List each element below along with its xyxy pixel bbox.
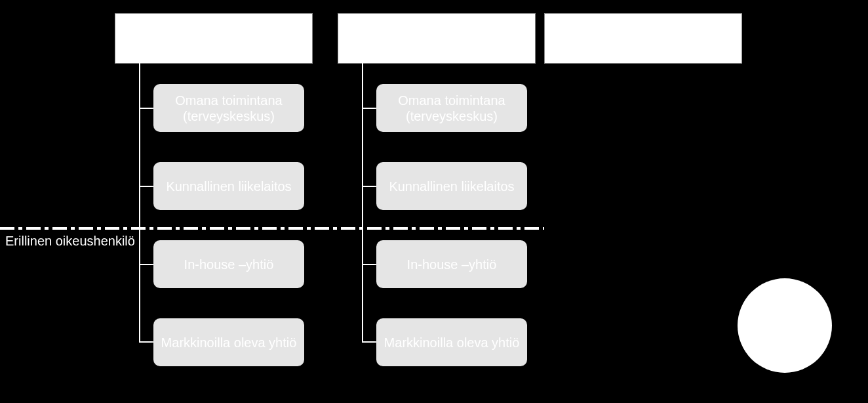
child-box: In-house –yhtiö bbox=[376, 240, 527, 288]
child-label: Omana toimintana (terveyskeskus) bbox=[159, 93, 299, 124]
child-label: Kunnallinen liikelaitos bbox=[389, 179, 514, 194]
diagram-canvas: Omana toimintana (terveyskeskus) Kunnall… bbox=[0, 0, 868, 403]
child-box: Markkinoilla oleva yhtiö bbox=[376, 318, 527, 366]
child-label: Omana toimintana (terveyskeskus) bbox=[382, 93, 522, 124]
connector-line bbox=[362, 264, 376, 265]
child-label: Markkinoilla oleva yhtiö bbox=[384, 335, 520, 350]
child-label: In-house –yhtiö bbox=[184, 257, 274, 272]
child-box: Kunnallinen liikelaitos bbox=[376, 162, 527, 210]
child-box: Omana toimintana (terveyskeskus) bbox=[376, 84, 527, 132]
separator-line bbox=[0, 227, 544, 230]
connector-line bbox=[362, 186, 376, 187]
column-header-2 bbox=[338, 13, 536, 64]
connector-line bbox=[139, 62, 140, 341]
column-header-1 bbox=[115, 13, 313, 64]
circle-shape bbox=[738, 278, 832, 373]
connector-line bbox=[362, 62, 363, 341]
child-label: Markkinoilla oleva yhtiö bbox=[161, 335, 297, 350]
child-box: Markkinoilla oleva yhtiö bbox=[153, 318, 304, 366]
child-box: Kunnallinen liikelaitos bbox=[153, 162, 304, 210]
child-label: Kunnallinen liikelaitos bbox=[166, 179, 291, 194]
connector-line bbox=[139, 264, 153, 265]
column-header-3 bbox=[544, 13, 742, 64]
connector-line bbox=[139, 186, 153, 187]
connector-line bbox=[362, 341, 376, 343]
connector-line bbox=[139, 341, 153, 343]
separator-label: Erillinen oikeushenkilö bbox=[5, 234, 135, 249]
child-box: Omana toimintana (terveyskeskus) bbox=[153, 84, 304, 132]
connector-line bbox=[139, 108, 153, 109]
connector-line bbox=[362, 108, 376, 109]
child-box: In-house –yhtiö bbox=[153, 240, 304, 288]
child-label: In-house –yhtiö bbox=[407, 257, 497, 272]
